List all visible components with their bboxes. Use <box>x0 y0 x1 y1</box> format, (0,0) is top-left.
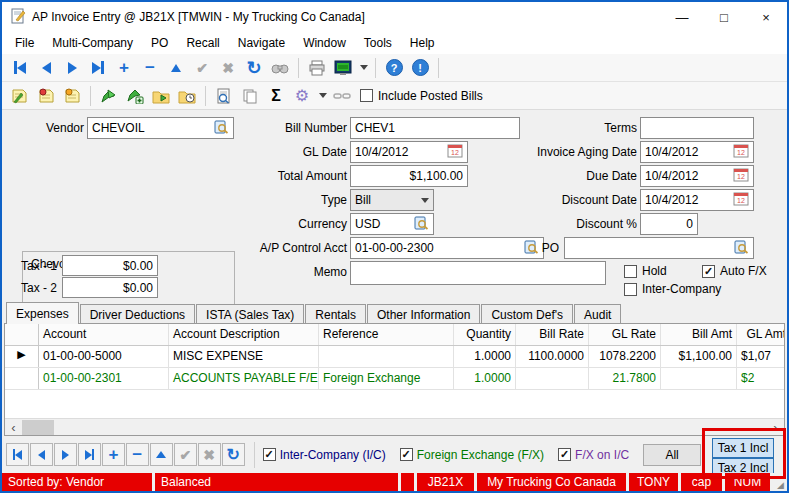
grid-delete-icon[interactable]: − <box>126 443 149 466</box>
auto-fx-checkbox[interactable] <box>702 265 715 278</box>
next-record-icon[interactable] <box>60 56 84 80</box>
vendor-field[interactable]: CHEVOIL <box>87 117 234 139</box>
delete-record-icon[interactable]: − <box>138 56 162 80</box>
discount-date-calendar-icon[interactable]: 12 <box>733 191 749 209</box>
grid-row-1[interactable]: ▶ 01-00-00-5000 MISC EXPENSE 1.0000 1100… <box>5 346 784 368</box>
first-record-icon[interactable] <box>8 56 32 80</box>
cell-description[interactable]: ACCOUNTS PAYABLE F/E OI <box>169 368 319 389</box>
accept-icon[interactable]: ✔ <box>190 56 214 80</box>
goto-add-icon[interactable] <box>123 84 147 108</box>
cell-gl-amt[interactable]: $1,07 <box>737 346 785 367</box>
app-icon[interactable] <box>10 8 26 27</box>
po-field[interactable] <box>564 237 754 259</box>
cell-account[interactable]: 01-00-00-2301 <box>39 368 169 389</box>
grid-add-icon[interactable]: + <box>102 443 125 466</box>
col-gl-amt[interactable]: GL Amt <box>737 324 785 345</box>
help-icon[interactable]: ? <box>382 56 406 80</box>
total-amount-field[interactable]: $1,100.00 <box>350 165 468 187</box>
tab-driver-deductions[interactable]: Driver Deductions <box>80 304 195 324</box>
cell-bill-rate[interactable]: 1100.0000 <box>516 346 589 367</box>
grid-previous-icon[interactable] <box>30 443 53 466</box>
include-posted-checkbox[interactable] <box>360 89 373 102</box>
settings-gear-icon[interactable]: ⚙ <box>290 84 314 108</box>
goto-icon[interactable] <box>97 84 121 108</box>
tab-custom-defs[interactable]: Custom Def's <box>481 304 573 324</box>
invoice-aging-calendar-icon[interactable]: 12 <box>733 143 749 161</box>
preview-icon[interactable] <box>212 84 236 108</box>
cancel-icon[interactable]: ✖ <box>216 56 240 80</box>
inter-company-ic-checkbox[interactable] <box>263 448 276 461</box>
last-record-icon[interactable] <box>86 56 110 80</box>
po-lookup-icon[interactable] <box>734 240 749 257</box>
menu-navigate[interactable]: Navigate <box>229 34 294 52</box>
menu-tools[interactable]: Tools <box>355 34 401 52</box>
col-gl-rate[interactable]: GL Rate <box>589 324 661 345</box>
discount-pct-field[interactable]: 0 <box>640 213 698 235</box>
tab-rentals[interactable]: Rentals <box>305 304 366 324</box>
foreign-exchange-checkbox[interactable] <box>400 448 413 461</box>
grid-last-icon[interactable] <box>78 443 101 466</box>
add-record-icon[interactable]: + <box>112 56 136 80</box>
cell-bill-amt[interactable] <box>661 368 737 389</box>
menu-window[interactable]: Window <box>294 34 355 52</box>
due-date-field[interactable]: 10/4/2012 12 <box>640 165 754 187</box>
minimize-icon[interactable]: — <box>661 2 703 32</box>
up-icon[interactable] <box>164 56 188 80</box>
tab-audit[interactable]: Audit <box>574 304 621 324</box>
currency-field[interactable]: USD <box>350 213 434 235</box>
unlink-icon[interactable] <box>330 84 354 108</box>
col-account-description[interactable]: Account Description <box>169 324 319 345</box>
grid-up-icon[interactable] <box>150 443 173 466</box>
about-icon[interactable]: ! <box>408 56 432 80</box>
memo-field[interactable] <box>350 261 606 285</box>
col-reference[interactable]: Reference <box>319 324 454 345</box>
gl-date-calendar-icon[interactable]: 12 <box>447 143 463 161</box>
cell-quantity[interactable]: 1.0000 <box>454 368 516 389</box>
flag-note-icon[interactable] <box>60 84 84 108</box>
grid-refresh-icon[interactable]: ↻ <box>222 443 245 466</box>
folder-out-icon[interactable] <box>149 84 173 108</box>
cell-quantity[interactable]: 1.0000 <box>454 346 516 367</box>
bill-number-field[interactable]: CHEV1 <box>350 117 520 139</box>
col-account[interactable]: Account <box>39 324 169 345</box>
grid-row-2[interactable]: 01-00-00-2301 ACCOUNTS PAYABLE F/E OI Fo… <box>5 368 784 390</box>
currency-lookup-icon[interactable] <box>414 216 429 233</box>
tab-other-information[interactable]: Other Information <box>367 304 480 324</box>
fx-on-ic-checkbox[interactable] <box>558 448 571 461</box>
grid-accept-icon[interactable]: ✔ <box>174 443 197 466</box>
cell-bill-amt[interactable]: $1,100.00 <box>661 346 737 367</box>
col-bill-rate[interactable]: Bill Rate <box>516 324 589 345</box>
cell-gl-rate[interactable]: 1078.2200 <box>589 346 661 367</box>
cell-description[interactable]: MISC EXPENSE <box>169 346 319 367</box>
horizontal-scrollbar[interactable]: ‹ › <box>5 418 784 435</box>
grid-next-icon[interactable] <box>54 443 77 466</box>
previous-record-icon[interactable] <box>34 56 58 80</box>
sum-icon[interactable]: Σ <box>264 84 288 108</box>
settings-dropdown-icon[interactable] <box>316 84 328 108</box>
discount-date-field[interactable]: 10/4/2012 12 <box>640 189 754 211</box>
tab-ista-sales-tax[interactable]: ISTA (Sales Tax) <box>196 304 304 324</box>
col-bill-amt[interactable]: Bill Amt <box>661 324 737 345</box>
terms-field[interactable] <box>640 117 754 139</box>
edit-note-icon[interactable] <box>8 84 32 108</box>
due-date-calendar-icon[interactable]: 12 <box>733 167 749 185</box>
cell-gl-amt[interactable]: $2 <box>737 368 785 389</box>
close-icon[interactable]: × <box>745 2 787 32</box>
gl-date-field[interactable]: 10/4/2012 12 <box>350 141 468 163</box>
col-quantity[interactable]: Quantity <box>454 324 516 345</box>
folder-clock-icon[interactable] <box>175 84 199 108</box>
tab-expenses[interactable]: Expenses <box>6 302 79 324</box>
cell-reference[interactable] <box>319 346 454 367</box>
scrollbar-thumb[interactable] <box>22 420 54 435</box>
print-icon[interactable] <box>305 56 329 80</box>
screen-dropdown-icon[interactable] <box>357 56 369 80</box>
menu-help[interactable]: Help <box>401 34 444 52</box>
cell-reference[interactable]: Foreign Exchange <box>319 368 454 389</box>
maximize-icon[interactable]: □ <box>703 2 745 32</box>
scroll-left-icon[interactable]: ‹ <box>5 419 22 436</box>
find-binoculars-icon[interactable] <box>268 56 292 80</box>
screen-monitor-icon[interactable] <box>331 56 355 80</box>
refresh-icon[interactable]: ↻ <box>242 56 266 80</box>
tax2-field[interactable]: $0.00 <box>62 277 158 298</box>
hold-checkbox[interactable] <box>624 265 637 278</box>
